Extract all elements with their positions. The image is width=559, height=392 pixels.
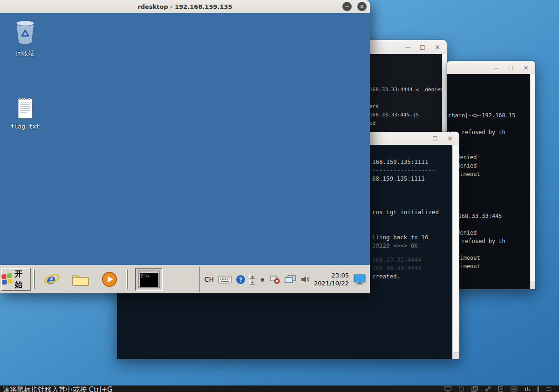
terminal-b-titlebar[interactable]	[447, 61, 535, 74]
viewer-status-bar: 请将鼠标指针移入其中或按 Ctrl+G	[0, 385, 559, 392]
status-hint: 请将鼠标指针移入其中或按 Ctrl+G	[3, 385, 113, 392]
close-icon[interactable]	[521, 63, 531, 72]
chart-icon[interactable]	[525, 386, 531, 392]
quick-launch-internet-explorer[interactable]: e	[42, 269, 61, 290]
maximize-icon[interactable]	[418, 42, 427, 52]
terminal-line: ers	[369, 103, 379, 109]
taskbar-grip[interactable]	[126, 270, 128, 289]
terminal-line: 68.159.135:1111	[372, 175, 425, 182]
viewer-toolbar	[444, 386, 552, 392]
toolbar-divider	[538, 386, 539, 392]
terminal-line: ed	[369, 120, 375, 126]
flag-txt-desktop-icon[interactable]: flag.txt	[6, 96, 45, 130]
windows-logo-icon	[1, 273, 13, 286]
recycle-bin-desktop-icon[interactable]: 回收站	[6, 18, 45, 58]
system-tray: CH	[199, 267, 370, 292]
menu-icon[interactable]	[545, 386, 552, 392]
taskbar-grip[interactable]	[33, 270, 35, 289]
text-file-icon	[16, 96, 34, 120]
terminal-line: 168.33.33:4444	[372, 264, 421, 271]
scrollbar[interactable]	[452, 145, 459, 359]
rdesktop-window: rdesktop - 192.168.159.135 回收站	[0, 0, 370, 293]
terminal-line: 39229-<><>-OK	[372, 242, 418, 249]
media-player-icon	[101, 271, 118, 288]
hide-icons-chevron-icon[interactable]	[259, 277, 266, 283]
terminal-line: 168.33.33:4444-<--denied	[369, 87, 443, 93]
language-indicator[interactable]: CH	[205, 276, 214, 283]
record-icon[interactable]	[458, 386, 464, 392]
offline-status-icon[interactable]	[270, 275, 280, 284]
svg-text:e: e	[46, 271, 55, 287]
close-icon[interactable]	[433, 42, 442, 52]
command-prompt-task-button[interactable]: C:\>	[135, 268, 163, 291]
rdesktop-titlebar[interactable]: rdesktop - 192.168.159.135	[0, 0, 370, 14]
windows-icon[interactable]	[471, 386, 478, 392]
display-icon[interactable]	[444, 386, 451, 392]
document-icon[interactable]	[498, 386, 504, 392]
minimize-icon[interactable]	[342, 2, 352, 11]
screen: 168.33.33:4444-<--denied ers 168.33.33:4…	[0, 0, 559, 392]
window-title: rdesktop - 192.168.159.135	[137, 3, 232, 10]
recycle-bin-icon	[13, 18, 37, 47]
desktop-icon-label: flag.txt	[11, 123, 40, 130]
quick-launch-media-player[interactable]	[100, 269, 119, 290]
keyboard-icon[interactable]	[218, 276, 232, 284]
close-icon[interactable]	[357, 2, 367, 11]
terminal-line: 168.159.135:1111	[372, 158, 428, 165]
resize-icon[interactable]	[485, 386, 491, 392]
svg-text:C:\>: C:\>	[141, 274, 150, 278]
display-tray-icon[interactable]	[353, 274, 366, 285]
start-button-label: 开始	[14, 269, 30, 290]
terminal-line: created.	[372, 273, 400, 280]
network-screens-icon[interactable]	[284, 275, 296, 284]
terminal-b-output[interactable]: chain|-<>-192.168.15 was refused by th -…	[447, 74, 535, 289]
clock-date: 2021/10/22	[314, 279, 349, 287]
spinner-icon[interactable]	[249, 274, 255, 285]
minimize-icon[interactable]	[491, 63, 501, 72]
start-button[interactable]: 开始	[1, 268, 31, 291]
folder-icon	[72, 272, 89, 287]
terminal-line: ros tgt initialized	[372, 209, 439, 216]
close-icon[interactable]	[445, 134, 455, 143]
desktop-icon-label: 回收站	[16, 49, 34, 58]
tray-clock[interactable]: 23:05 2021/10/22	[314, 271, 349, 287]
help-icon[interactable]	[236, 275, 245, 284]
minimize-icon[interactable]	[403, 42, 412, 52]
command-prompt-icon: C:\>	[138, 270, 160, 288]
quick-launch-explorer[interactable]	[71, 269, 90, 290]
terminal-line: 168.33.33:445-|S	[369, 112, 419, 118]
scrollbar[interactable]	[530, 74, 535, 289]
terminal-line: lling back to 16	[372, 234, 428, 241]
terminal-line: chain|-<>-192.168.15	[448, 112, 516, 119]
maximize-icon[interactable]	[506, 63, 516, 72]
scrollbar-button[interactable]	[453, 352, 459, 359]
windows-taskbar: 开始 e	[0, 265, 370, 293]
terminal-line: 168.33.33:4444	[372, 256, 421, 263]
terminal-line: ------------------	[372, 167, 435, 174]
minimize-icon[interactable]	[416, 134, 425, 143]
keyboard-icon[interactable]	[511, 386, 518, 392]
windows-desktop[interactable]: 回收站 flag.txt	[0, 13, 370, 293]
ie-icon: e	[43, 271, 60, 288]
volume-icon[interactable]	[300, 275, 310, 284]
scrollbar-button[interactable]	[531, 281, 535, 289]
clock-time: 23:05	[314, 271, 349, 279]
maximize-icon[interactable]	[430, 134, 440, 143]
